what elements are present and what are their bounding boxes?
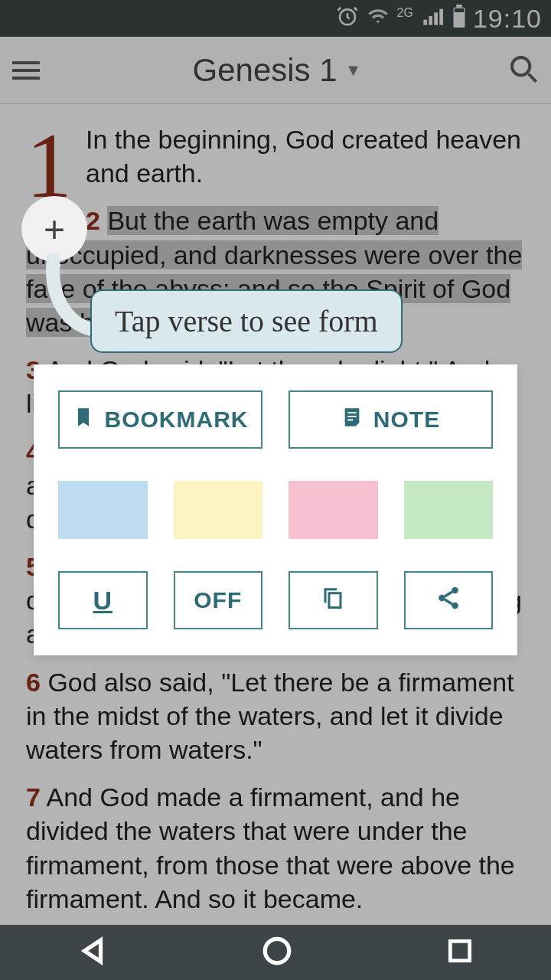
recent-apps-icon[interactable] xyxy=(445,936,474,969)
off-label: OFF xyxy=(194,587,242,613)
note-label: NOTE xyxy=(373,407,440,433)
svg-rect-10 xyxy=(329,593,341,607)
svg-point-11 xyxy=(452,586,458,593)
svg-point-13 xyxy=(452,602,458,609)
add-button[interactable]: + xyxy=(21,196,87,262)
highlight-blue[interactable] xyxy=(58,481,148,539)
share-button[interactable] xyxy=(404,571,494,629)
copy-icon xyxy=(321,585,344,616)
back-icon[interactable] xyxy=(77,935,109,970)
plus-icon: + xyxy=(44,208,65,250)
highlight-yellow[interactable] xyxy=(174,481,263,539)
note-button[interactable]: NOTE xyxy=(289,390,493,449)
highlight-pink[interactable] xyxy=(289,481,378,539)
hint-text: Tap verse to see form xyxy=(115,304,378,338)
copy-button[interactable] xyxy=(289,571,378,629)
underline-button[interactable]: U xyxy=(58,571,148,629)
hint-tooltip: Tap verse to see form xyxy=(90,289,403,353)
svg-point-12 xyxy=(439,594,445,601)
highlight-green[interactable] xyxy=(404,481,494,539)
home-icon[interactable] xyxy=(261,935,293,970)
bookmark-button[interactable]: BOOKMARK xyxy=(58,390,262,449)
bookmark-icon xyxy=(73,405,94,435)
off-button[interactable]: OFF xyxy=(174,571,263,629)
system-nav-bar xyxy=(0,925,551,980)
note-icon xyxy=(341,405,363,435)
bookmark-label: BOOKMARK xyxy=(105,407,249,433)
svg-point-14 xyxy=(265,939,289,963)
share-icon xyxy=(435,585,461,616)
verse-action-panel: BOOKMARK NOTE U OFF xyxy=(34,364,517,655)
svg-rect-15 xyxy=(451,941,470,960)
underline-label: U xyxy=(93,586,112,616)
